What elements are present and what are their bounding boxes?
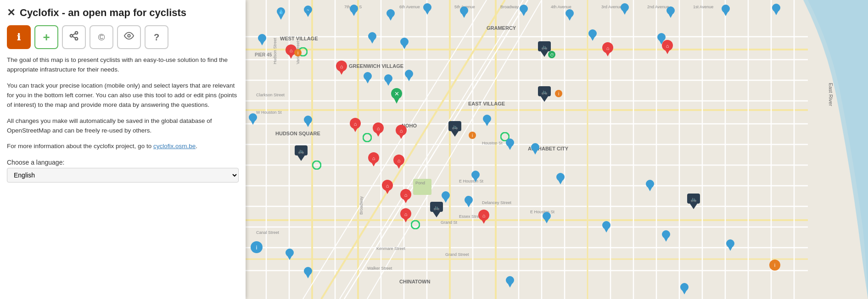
svg-text:⌂: ⌂ (372, 155, 375, 161)
map-pin-blue[interactable] (679, 282, 689, 297)
share-tool-button[interactable] (62, 25, 86, 49)
map-pin-blue[interactable] (482, 114, 492, 128)
map-pin-blue[interactable] (257, 33, 267, 48)
map-pin-red[interactable]: ⌂ (335, 60, 348, 77)
map-pin-dark-bike[interactable]: 🚲 (294, 144, 308, 164)
map-pin-blue[interactable] (721, 4, 731, 18)
add-tool-button[interactable]: + (34, 25, 58, 49)
svg-text:Broadway: Broadway (359, 196, 364, 215)
language-section: Choose a language: English Français Nede… (7, 158, 239, 183)
map-pin-blue[interactable] (303, 266, 313, 281)
svg-text:🚲: 🚲 (541, 89, 548, 95)
map-pin-blue[interactable] (505, 138, 515, 152)
map-badge-green (363, 133, 372, 144)
map-pin-red[interactable]: ⌂ (477, 209, 490, 226)
svg-text:⌂: ⌂ (482, 213, 486, 218)
svg-text:HUDSON SQUARE: HUDSON SQUARE (275, 131, 320, 136)
map-pin-blue[interactable] (661, 229, 671, 244)
svg-marker-204 (386, 81, 391, 86)
map-pin-blue[interactable] (349, 4, 359, 18)
map-pin-blue[interactable] (422, 2, 432, 17)
svg-marker-108 (723, 11, 728, 16)
map-pin-blue[interactable] (441, 190, 451, 205)
map-pin-blue[interactable] (367, 31, 377, 46)
svg-marker-218 (473, 177, 478, 182)
cyclofix-link[interactable]: cyclofix.osm.be (153, 143, 196, 150)
svg-marker-230 (604, 227, 609, 233)
map-pin-red[interactable]: ⌂ (372, 122, 385, 139)
info-icon: ℹ (17, 32, 21, 43)
svg-marker-216 (532, 150, 538, 155)
layers-tool-button[interactable] (117, 25, 141, 49)
description-2: You can track your precise location (mob… (7, 81, 239, 110)
map-pin-blue[interactable] (666, 6, 676, 20)
map-pin-blue[interactable] (505, 275, 515, 290)
svg-marker-167 (541, 96, 548, 102)
info-tool-button[interactable]: ℹ (7, 25, 31, 49)
map-pin-blue[interactable] (645, 179, 655, 194)
map-pin-red[interactable]: ⌂ (601, 41, 614, 59)
map-pin-blue[interactable] (620, 2, 630, 17)
svg-marker-214 (507, 145, 513, 150)
svg-text:~: ~ (307, 8, 309, 12)
map-pin-red[interactable]: ⌂ (367, 151, 380, 169)
svg-marker-98 (461, 13, 467, 18)
map-info-pin[interactable]: i (250, 241, 263, 255)
svg-marker-104 (622, 10, 627, 15)
map-pin-blue[interactable] (542, 211, 552, 226)
svg-point-248 (128, 34, 130, 37)
help-tool-button[interactable]: ? (145, 25, 168, 49)
map-pin-blue[interactable]: ~ (303, 5, 313, 19)
map-pin-blue[interactable]: 💧 (275, 7, 286, 22)
map-pin-red[interactable]: ⌂ (661, 39, 674, 56)
map-pin-red[interactable]: ⌂ (399, 207, 412, 225)
svg-text:💧: 💧 (278, 9, 284, 15)
map-info-pin-orange[interactable]: i (769, 259, 781, 273)
map-pin-blue[interactable] (530, 142, 540, 157)
map-badge-orange: i (554, 89, 563, 100)
map-pin-blue[interactable] (303, 115, 313, 129)
map-pin-tool[interactable]: ✕ (389, 87, 404, 106)
svg-marker-182 (393, 97, 400, 104)
map-pin-blue[interactable] (565, 8, 575, 23)
svg-text:⌂: ⌂ (398, 158, 401, 163)
water-label: East River (829, 83, 834, 106)
copyright-tool-button[interactable]: © (90, 25, 113, 49)
map-pin-blue[interactable] (404, 69, 414, 83)
map-pin-blue[interactable] (519, 4, 529, 18)
svg-marker-170 (451, 131, 459, 137)
map-pin-red[interactable]: ⌂ (392, 154, 405, 171)
map-pin-red[interactable]: ⌂ (349, 117, 362, 134)
svg-text:CHINATOWN: CHINATOWN (399, 279, 430, 284)
map-pin-blue[interactable] (363, 71, 373, 86)
map-pin-blue[interactable] (285, 248, 295, 262)
svg-line-246 (73, 36, 75, 38)
map-pin-blue[interactable] (555, 172, 566, 187)
map-pin-blue[interactable] (464, 195, 474, 210)
language-select[interactable]: English Français Nederlands Deutsch Espa… (7, 168, 239, 183)
map-pin-dark-bike[interactable]: 🚲 (448, 120, 462, 139)
map-pin-blue[interactable] (725, 238, 735, 253)
map-pin-blue[interactable] (383, 73, 393, 88)
svg-marker-236 (287, 255, 292, 260)
map-pin-blue[interactable] (399, 37, 409, 51)
map-pin-red[interactable]: ⌂ (399, 188, 412, 205)
map-pin-blue[interactable] (248, 112, 258, 127)
map-pin-dark-bike[interactable]: 🚲 (537, 85, 552, 105)
svg-text:⌂: ⌂ (404, 192, 408, 198)
map-pin-red[interactable]: ⌂ (381, 179, 394, 196)
map-pin-blue[interactable] (601, 220, 611, 235)
close-button[interactable]: ✕ (7, 8, 15, 18)
map-pin-blue[interactable] (386, 8, 396, 23)
map-pin-red[interactable]: ⌂ (395, 124, 408, 141)
language-label: Choose a language: (7, 159, 64, 166)
map-pin-blue[interactable] (459, 6, 469, 20)
description-4: For more information about the cyclofix … (7, 142, 239, 151)
map-pin-dark-bike[interactable]: 🚲 (686, 193, 701, 212)
map-pin-blue[interactable] (771, 3, 781, 17)
svg-text:🚲: 🚲 (690, 196, 697, 202)
map-pin-blue[interactable] (470, 170, 481, 184)
svg-marker-134 (352, 126, 358, 132)
map-pin-blue[interactable] (588, 28, 598, 43)
svg-text:i: i (297, 50, 298, 55)
